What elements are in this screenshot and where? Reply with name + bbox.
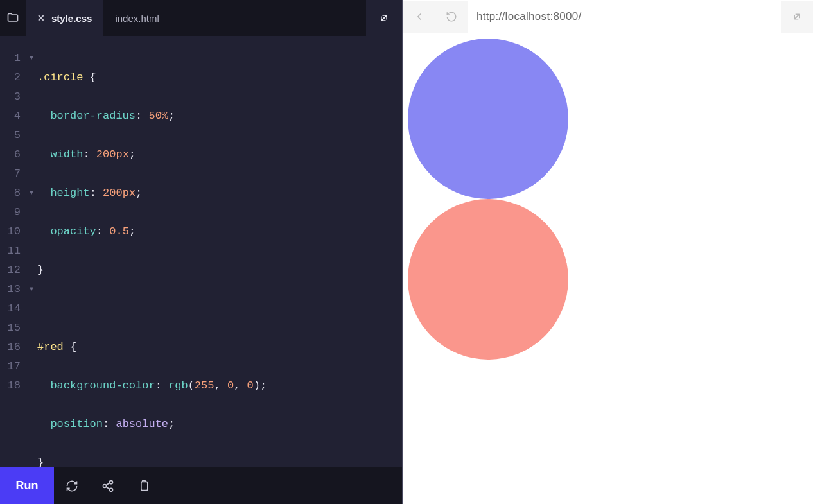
preview-body	[403, 33, 813, 504]
preview-circle-blue	[408, 39, 568, 199]
code-editor[interactable]: 123 456 789 101112 131415 161718 ▼ ▼ ▼ .…	[0, 36, 402, 467]
share-icon[interactable]	[90, 467, 126, 504]
files-icon[interactable]	[0, 0, 26, 36]
reload-icon[interactable]	[435, 1, 468, 33]
preview-toolbar: http://localhost:8000/	[403, 0, 813, 33]
fullscreen-icon[interactable]	[781, 1, 813, 33]
svg-point-1	[103, 484, 107, 487]
code-content[interactable]: .circle { border-radius: 50%; width: 200…	[37, 49, 402, 467]
tab-index-html[interactable]: index.html	[103, 0, 170, 36]
fold-gutter: ▼ ▼ ▼	[26, 49, 37, 467]
preview-url[interactable]: http://localhost:8000/	[468, 10, 781, 23]
tab-style-css[interactable]: ✕ style.css	[26, 0, 103, 36]
close-icon[interactable]: ✕	[37, 13, 45, 23]
svg-point-2	[110, 488, 113, 491]
expand-editor-button[interactable]	[366, 0, 402, 36]
refresh-icon[interactable]	[54, 467, 90, 504]
editor-pane: ✕ style.css index.html 123 456 789 10111…	[0, 0, 402, 504]
preview-circle-red	[408, 199, 568, 360]
fold-marker-icon[interactable]: ▼	[26, 280, 37, 299]
back-icon[interactable]	[403, 1, 435, 33]
tab-label: style.css	[51, 13, 92, 24]
fold-marker-icon[interactable]: ▼	[26, 49, 37, 68]
clipboard-icon[interactable]	[126, 467, 162, 504]
tab-label: index.html	[115, 13, 159, 24]
bottom-toolbar: Run	[0, 467, 402, 504]
preview-pane: http://localhost:8000/	[402, 0, 813, 504]
svg-point-0	[110, 480, 113, 483]
run-button[interactable]: Run	[0, 467, 54, 504]
svg-rect-3	[141, 482, 148, 490]
tab-bar: ✕ style.css index.html	[0, 0, 402, 36]
fold-marker-icon[interactable]: ▼	[26, 184, 37, 203]
line-number-gutter: 123 456 789 101112 131415 161718	[0, 49, 26, 467]
